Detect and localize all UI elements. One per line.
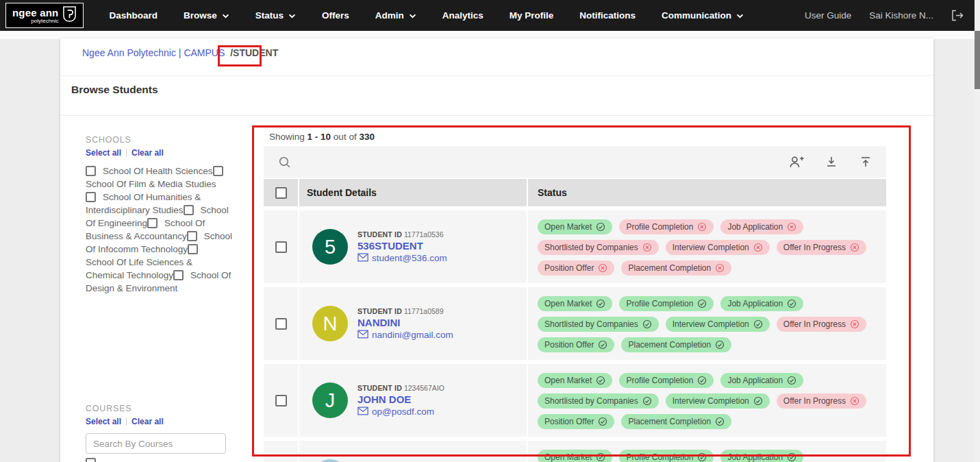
status-check-icon xyxy=(787,376,796,385)
status-badge-profile-completion[interactable]: Profile Completion xyxy=(619,219,714,234)
status-badge-offer-in-progress[interactable]: Offer In Progress xyxy=(777,317,866,332)
nav-item-communication[interactable]: Communication xyxy=(662,10,744,21)
download-icon[interactable] xyxy=(825,155,838,169)
status-badge-interview-completion[interactable]: Interview Completion xyxy=(666,393,770,409)
student-info: STUDENT ID 11771a0589NANDINInandini@gmai… xyxy=(357,307,453,341)
status-check-icon xyxy=(753,396,763,406)
nav-item-analytics[interactable]: Analytics xyxy=(442,10,483,21)
status-badge-job-application[interactable]: Job Application xyxy=(720,450,803,462)
status-badge-position-offer[interactable]: Position Offer xyxy=(538,337,614,352)
status-badge-open-market[interactable]: Open Market xyxy=(538,296,612,311)
status-badge-open-market[interactable]: Open Market xyxy=(538,373,612,388)
schools-select-all-link[interactable]: Select all xyxy=(86,148,121,158)
status-badge-position-offer[interactable]: Position Offer xyxy=(538,414,614,429)
student-row: JSTUDENT ID 1234567AIOJOHN DOEop@posdf.c… xyxy=(264,364,886,437)
status-badge-profile-completion[interactable]: Profile Completion xyxy=(619,450,714,462)
status-badge-open-market[interactable]: Open Market xyxy=(538,219,612,234)
school-checkbox-school-of-humanities-interdisciplinary-studies[interactable] xyxy=(86,192,96,202)
select-all-checkbox[interactable] xyxy=(275,187,287,199)
logo-text: ngee ann polytechnic xyxy=(12,8,58,24)
student-email-link[interactable]: nandini@gmail.com xyxy=(357,330,453,341)
status-badge-shortlisted-by-companies[interactable]: Shortlisted by Companies xyxy=(538,240,659,255)
school-checkbox-school-of-life-sciences-chemical-technology[interactable] xyxy=(188,244,198,254)
school-checkbox-school-of-film-media-studies[interactable] xyxy=(213,166,223,176)
showing-prefix: Showing xyxy=(269,132,305,142)
schools-clear-all-link[interactable]: Clear all xyxy=(131,148,164,158)
status-x-icon xyxy=(850,243,859,252)
status-badge-job-application[interactable]: Job Application xyxy=(720,373,803,388)
courses-section-label: COURSES xyxy=(86,404,233,413)
school-checkbox-school-of-infocomm-technology[interactable] xyxy=(187,231,197,241)
nav-item-status[interactable]: Status xyxy=(255,10,296,21)
user-guide-link[interactable]: User Guide xyxy=(805,10,851,21)
status-check-icon xyxy=(753,319,763,329)
nav-item-notifications[interactable]: Notifications xyxy=(579,10,636,21)
nav-item-admin[interactable]: Admin xyxy=(375,10,416,21)
search-courses-input[interactable] xyxy=(86,433,226,454)
select-student-checkbox[interactable] xyxy=(275,395,287,406)
status-badge-label: Position Offer xyxy=(544,340,594,350)
status-badge-open-market[interactable]: Open Market xyxy=(538,450,612,462)
select-student-checkbox[interactable] xyxy=(275,318,287,330)
content-card: Ngee Ann Polytechnic | CAMPUS /STUDENT B… xyxy=(60,38,933,462)
current-user-name[interactable]: Sai Kishore N... xyxy=(869,10,933,21)
search-icon[interactable] xyxy=(277,155,292,169)
school-checkbox-school-of-business-accountancy[interactable] xyxy=(147,218,158,228)
student-row: 5STUDENT ID 11771a0536536STUDENTstudent@… xyxy=(264,210,886,283)
breadcrumb-path[interactable]: Ngee Ann Polytechnic | CAMPUS xyxy=(82,47,225,58)
student-status-cell: Open MarketProfile CompletionJob Applica… xyxy=(528,287,886,360)
student-name-link[interactable]: NANDINI xyxy=(357,317,453,328)
upload-icon[interactable] xyxy=(859,155,872,169)
status-badge-interview-completion[interactable]: Interview Completion xyxy=(666,317,770,332)
status-badge-label: Open Market xyxy=(544,376,592,385)
student-email-link[interactable]: student@536.com xyxy=(357,253,447,264)
add-student-icon[interactable] xyxy=(788,155,804,169)
student-email-link[interactable]: op@posdf.com xyxy=(357,406,444,417)
student-name-link[interactable]: 536STUDENT xyxy=(357,240,447,252)
status-badge-job-application[interactable]: Job Application xyxy=(720,219,803,234)
status-badge-job-application[interactable]: Job Application xyxy=(720,296,803,311)
nav-item-browse[interactable]: Browse xyxy=(184,10,229,21)
nav-item-dashboard[interactable]: Dashboard xyxy=(109,10,158,21)
course-checkbox-partial[interactable] xyxy=(86,458,96,462)
status-badge-profile-completion[interactable]: Profile Completion xyxy=(619,373,714,388)
status-badge-position-offer[interactable]: Position Offer xyxy=(538,260,614,276)
schools-checkbox-list: School Of Health SciencesSchool Of Film … xyxy=(86,165,233,295)
nav-item-label: Browse xyxy=(184,10,217,21)
status-badge-placement-completion[interactable]: Placement Completion xyxy=(621,414,731,429)
school-filter-school-of-health-sciences[interactable]: School Of Health Sciences xyxy=(86,166,213,176)
status-badge-interview-completion[interactable]: Interview Completion xyxy=(666,240,770,255)
status-badge-offer-in-progress[interactable]: Offer In Progress xyxy=(777,240,866,255)
school-label: School Of Health Sciences xyxy=(103,166,213,176)
status-badge-label: Job Application xyxy=(727,452,783,462)
student-id: STUDENT ID 11771a0536 xyxy=(357,230,447,239)
status-badge-offer-in-progress[interactable]: Offer In Progress xyxy=(777,393,866,409)
nav-item-offers[interactable]: Offers xyxy=(322,10,349,21)
page-scrollbar-track[interactable] xyxy=(975,0,980,462)
school-checkbox-school-of-health-sciences[interactable] xyxy=(86,166,96,176)
logout-icon[interactable] xyxy=(951,10,964,21)
email-text: student@536.com xyxy=(372,253,447,263)
student-name-link[interactable]: JOHN DOE xyxy=(357,393,444,405)
status-x-icon xyxy=(697,222,707,232)
page-scrollbar-thumb[interactable] xyxy=(975,31,980,89)
status-badge-label: Position Offer xyxy=(544,263,594,273)
nav-menu: DashboardBrowseStatusOffersAdminAnalytic… xyxy=(109,10,744,21)
status-badge-placement-completion[interactable]: Placement Completion xyxy=(621,337,731,352)
showing-total: 330 xyxy=(359,132,375,142)
courses-clear-all-link[interactable]: Clear all xyxy=(131,417,164,426)
status-badge-shortlisted-by-companies[interactable]: Shortlisted by Companies xyxy=(538,393,659,409)
schools-section-label: SCHOOLS xyxy=(86,135,233,145)
school-checkbox-school-of-design-environment[interactable] xyxy=(173,270,184,280)
status-badge-shortlisted-by-companies[interactable]: Shortlisted by Companies xyxy=(538,317,659,332)
breadcrumb: Ngee Ann Polytechnic | CAMPUS /STUDENT xyxy=(82,47,278,58)
status-badge-placement-completion[interactable]: Placement Completion xyxy=(621,260,731,276)
status-badge-label: Placement Completion xyxy=(628,340,711,350)
ngee-ann-logo[interactable]: ngee ann polytechnic xyxy=(5,3,84,28)
select-student-checkbox[interactable] xyxy=(275,241,287,253)
nav-item-my-profile[interactable]: My Profile xyxy=(510,10,554,21)
status-badge-profile-completion[interactable]: Profile Completion xyxy=(619,296,714,311)
courses-select-all-link[interactable]: Select all xyxy=(86,417,121,426)
row-select-cell xyxy=(264,210,298,283)
school-checkbox-school-of-engineering[interactable] xyxy=(184,205,194,215)
